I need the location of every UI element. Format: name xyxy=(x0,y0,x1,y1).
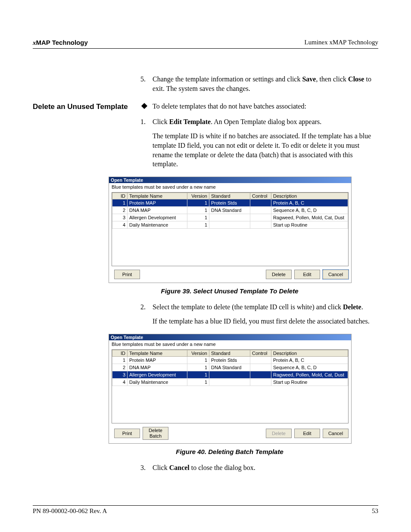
col-control[interactable]: Control xyxy=(250,350,271,356)
table-row[interactable]: 4 Daily Maintenance 1 Start up Routine xyxy=(112,378,348,386)
delete-word: Delete xyxy=(343,303,361,311)
dialog-subtitle: Blue templates must be saved under a new… xyxy=(109,340,351,349)
dialog-button-row: Print Delete Batch Delete Edit Cancel xyxy=(109,423,351,443)
col-standard[interactable]: Standard xyxy=(209,193,250,199)
figure-caption-40: Figure 40. Deleting Batch Template xyxy=(109,448,351,455)
step-number: 2. xyxy=(140,302,153,312)
section-heading: Delete an Unused Template xyxy=(33,102,140,174)
template-grid[interactable]: ID Template Name Version Standard Contro… xyxy=(112,192,349,266)
cell-name: Daily Maintenance xyxy=(128,221,187,228)
cancel-button[interactable]: Cancel xyxy=(323,429,349,438)
col-description[interactable]: Description xyxy=(271,350,348,356)
grid-header-row: ID Template Name Version Standard Contro… xyxy=(112,350,348,356)
text-frag: . An Open Template dialog box appears. xyxy=(211,118,321,125)
cancel-button[interactable]: Cancel xyxy=(323,270,349,279)
col-description[interactable]: Description xyxy=(271,193,348,199)
table-row[interactable]: 2 DNA MAP 1 DNA Standard Sequence A, B, … xyxy=(112,206,348,214)
cell-desc: Ragweed, Pollen, Mold, Cat, Dust xyxy=(271,214,348,221)
close-word: Close xyxy=(348,75,364,83)
edit-button[interactable]: Edit xyxy=(294,429,320,438)
cell-std: Protein Stds xyxy=(209,356,250,364)
cell-std xyxy=(209,221,250,228)
cell-ver: 1 xyxy=(187,378,209,386)
cell-std: DNA Standard xyxy=(209,364,250,371)
footer-left: PN 89-00002-00-062 Rev. A xyxy=(33,507,107,515)
cell-desc: Sequence A, B, C, D xyxy=(271,206,348,214)
step-body: Click Edit Template. An Open Template di… xyxy=(153,117,378,127)
cell-ctrl xyxy=(250,356,271,364)
col-name[interactable]: Template Name xyxy=(128,193,187,199)
header-left-text: MAP Technology xyxy=(36,39,88,46)
grid-header-row: ID Template Name Version Standard Contro… xyxy=(112,193,348,199)
table-row[interactable]: 1 Protein MAP 1 Protein Stds Protein A, … xyxy=(112,356,348,364)
cell-id: 2 xyxy=(112,206,128,214)
template-grid[interactable]: ID Template Name Version Standard Contro… xyxy=(112,349,349,423)
table-row[interactable]: 3 Allergen Development 1 Ragweed, Pollen… xyxy=(112,214,348,221)
header-right: Luminex xMAP Technology xyxy=(305,39,378,47)
text-frag: , then click xyxy=(316,75,348,83)
header-prefix: x xyxy=(33,39,36,46)
cell-id: 3 xyxy=(112,371,128,378)
cancel-word: Cancel xyxy=(169,464,190,471)
footer-rule xyxy=(33,505,378,506)
paragraph-note-2: If the template has a blue ID field, you… xyxy=(153,317,378,326)
delete-button[interactable]: Delete xyxy=(266,270,292,279)
cell-id: 1 xyxy=(112,356,128,364)
cell-ctrl xyxy=(250,364,271,371)
cell-name: Protein MAP xyxy=(128,199,187,206)
text-frag: Change the template information or setti… xyxy=(153,75,302,83)
cell-ver: 1 xyxy=(187,199,209,206)
col-id[interactable]: ID xyxy=(112,350,128,356)
cell-id: 4 xyxy=(112,221,128,228)
open-template-dialog-1: Open Template Blue templates must be sav… xyxy=(109,177,352,283)
cell-ctrl xyxy=(250,378,271,386)
cell-std xyxy=(209,371,250,378)
table-row[interactable]: 2 DNA MAP 1 DNA Standard Sequence A, B, … xyxy=(112,364,348,371)
step-number: 3. xyxy=(140,463,153,473)
cell-ver: 1 xyxy=(187,371,209,378)
step-5: 5. Change the template information or se… xyxy=(140,75,378,93)
intro-bullet: To delete templates that do not have bat… xyxy=(140,102,378,111)
cell-id: 4 xyxy=(112,378,128,386)
cell-id: 3 xyxy=(112,214,128,221)
cell-ver: 1 xyxy=(187,206,209,214)
col-name[interactable]: Template Name xyxy=(128,350,187,356)
col-version[interactable]: Version xyxy=(187,350,209,356)
col-version[interactable]: Version xyxy=(187,193,209,199)
cell-name: Allergen Development xyxy=(128,214,187,221)
header-left: xMAP Technology xyxy=(33,39,88,47)
cell-name: Daily Maintenance xyxy=(128,378,187,386)
col-standard[interactable]: Standard xyxy=(209,350,250,356)
table-row[interactable]: 1 Protein MAP 1 Protein Stds Protein A, … xyxy=(112,199,348,206)
step-1: 1. Click Edit Template. An Open Template… xyxy=(140,117,378,127)
cell-name: Protein MAP xyxy=(128,356,187,364)
print-button[interactable]: Print xyxy=(114,429,140,438)
cell-std xyxy=(209,214,250,221)
table-row[interactable]: 3 Allergen Development 1 Ragweed, Pollen… xyxy=(112,371,348,378)
cell-id: 1 xyxy=(112,199,128,206)
step-body: Select the template to delete (the templ… xyxy=(153,302,378,312)
cell-name: DNA MAP xyxy=(128,206,187,214)
cell-desc: Start up Routine xyxy=(271,378,348,386)
footer-page-number: 53 xyxy=(372,507,378,515)
cell-ctrl xyxy=(250,214,271,221)
cell-name: Allergen Development xyxy=(128,371,187,378)
figure-caption-39: Figure 39. Select Unused Template To Del… xyxy=(109,287,351,295)
print-button[interactable]: Print xyxy=(114,270,140,279)
col-id[interactable]: ID xyxy=(112,193,128,199)
cell-ver: 1 xyxy=(187,356,209,364)
diamond-icon xyxy=(141,103,147,109)
paragraph-note-1: The template ID is white if no batches a… xyxy=(153,131,378,168)
cell-ctrl xyxy=(250,371,271,378)
text-frag: . xyxy=(361,303,363,311)
cell-ctrl xyxy=(250,206,271,214)
cell-ctrl xyxy=(250,199,271,206)
table-row[interactable]: 4 Daily Maintenance 1 Start up Routine xyxy=(112,221,348,228)
cell-std: Protein Stds xyxy=(209,199,250,206)
edit-button[interactable]: Edit xyxy=(294,270,320,279)
cell-desc: Protein A, B, C xyxy=(271,356,348,364)
col-control[interactable]: Control xyxy=(250,193,271,199)
cell-std: DNA Standard xyxy=(209,206,250,214)
text-frag: Select the template to delete (the templ… xyxy=(153,303,343,311)
delete-batch-button[interactable]: Delete Batch xyxy=(143,427,168,440)
